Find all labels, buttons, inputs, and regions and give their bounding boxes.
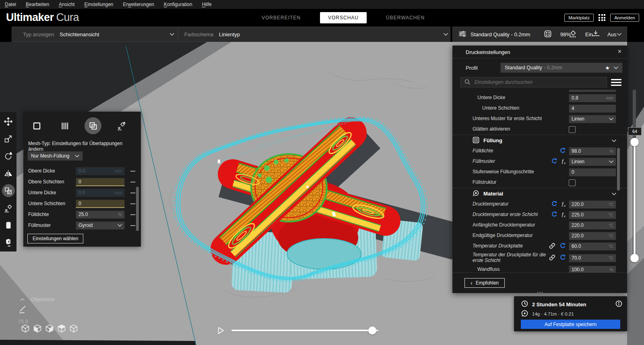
link-icon[interactable] <box>549 254 555 262</box>
print-as-support-mode-button[interactable] <box>56 117 73 134</box>
remove-setting-button[interactable]: — <box>130 189 136 196</box>
header: UltimakerCura VORBEREITENVORSCHAUÜBERWAC… <box>0 9 644 26</box>
section-füllung[interactable]: Füllung <box>452 135 627 146</box>
search-input[interactable] <box>474 79 603 85</box>
marketplace-button[interactable]: Marktplatz <box>564 14 594 22</box>
setting-input[interactable] <box>78 167 112 175</box>
menu-konfiguration[interactable]: Konfiguration <box>164 2 192 7</box>
play-button[interactable] <box>217 326 225 336</box>
layer-slider-upper-handle[interactable] <box>630 138 639 146</box>
chevron-down-icon[interactable] <box>617 31 621 37</box>
dont-support-overlaps-mode-button[interactable] <box>113 117 130 134</box>
setting-input[interactable] <box>78 178 112 185</box>
setting-input[interactable] <box>572 266 604 273</box>
setting-input[interactable] <box>572 222 604 229</box>
revert-icon[interactable] <box>551 211 557 218</box>
mesh-setting-row: Obere Schichten— <box>28 177 136 186</box>
recommended-button[interactable]: ‹Empfohlen <box>464 278 505 288</box>
tab-vorschau[interactable]: VORSCHAU <box>320 12 367 23</box>
move-tool[interactable] <box>2 115 15 128</box>
per-model-settings-tool[interactable] <box>2 184 15 197</box>
setting-input[interactable] <box>572 105 604 112</box>
menu-hilfe[interactable]: Hilfe <box>202 2 212 7</box>
menu-einstellungen[interactable]: Einstellungen <box>84 2 113 7</box>
model-drop-tool[interactable] <box>2 236 15 249</box>
settings-scrollbar[interactable] <box>617 148 620 191</box>
remove-setting-button[interactable]: — <box>130 200 136 207</box>
link-icon[interactable] <box>549 243 555 250</box>
select-settings-button[interactable]: Einstellungen wählen <box>27 234 83 243</box>
setting-input[interactable] <box>572 148 604 155</box>
mesh-panel-scrollbar[interactable] <box>136 187 139 231</box>
remove-setting-button[interactable]: — <box>130 211 136 218</box>
rotate-tool[interactable] <box>2 150 15 162</box>
close-icon[interactable]: × <box>618 48 621 55</box>
settings-menu-icon[interactable] <box>611 78 621 87</box>
playback-slider[interactable] <box>231 330 378 331</box>
print-settings-toolbar[interactable]: Standard Quality - 0.2mm 98% Ein Aus <box>452 27 627 42</box>
setting-input[interactable] <box>572 168 604 176</box>
revert-icon[interactable] <box>559 254 566 262</box>
setting-input[interactable] <box>78 200 112 207</box>
fx-icon[interactable]: ƒx <box>561 201 566 208</box>
unteres muster für erste schicht-select[interactable]: Linien <box>569 115 616 123</box>
remove-setting-button[interactable]: — <box>130 168 136 174</box>
mesh-type-select[interactable]: Nur Mesh-Füllung <box>27 151 83 161</box>
section-material[interactable]: Material <box>452 188 627 199</box>
view-left-button[interactable] <box>57 324 66 334</box>
füllstruktur-checkbox[interactable] <box>569 179 576 186</box>
view-right-button[interactable] <box>69 324 78 334</box>
view-top-button[interactable] <box>45 324 54 334</box>
modify-overlaps-mode-button[interactable] <box>85 117 101 134</box>
remove-setting-button[interactable]: — <box>130 222 136 229</box>
füllmuster-select[interactable]: Linien <box>569 158 616 166</box>
tab-überwachen[interactable]: ÜBERWACHEN <box>378 12 433 23</box>
remove-setting-button[interactable]: — <box>130 179 136 185</box>
color-scheme-value[interactable]: Linientyp <box>219 31 240 37</box>
view-front-button[interactable] <box>33 324 42 334</box>
setting-input[interactable] <box>78 211 112 218</box>
chevron-down-icon[interactable] <box>170 31 174 37</box>
view-type-value[interactable]: Schichtenansicht <box>60 31 99 37</box>
normal-mesh-mode-button[interactable] <box>28 117 45 134</box>
save-to-disk-button[interactable]: Auf Festplatte speichern <box>521 320 620 329</box>
setting-input[interactable] <box>572 94 604 102</box>
scale-tool[interactable] <box>2 132 15 145</box>
setting-input[interactable] <box>572 201 604 208</box>
tab-vorbereiten[interactable]: VORBEREITEN <box>254 12 309 23</box>
layer-slider-lower-handle[interactable] <box>630 254 639 262</box>
setting-input[interactable] <box>572 232 604 240</box>
setting-input[interactable] <box>572 254 604 262</box>
glätten aktivieren-checkbox[interactable] <box>569 126 576 133</box>
revert-icon[interactable] <box>551 201 557 208</box>
menu-erweiterungen[interactable]: Erweiterungen <box>123 2 154 7</box>
panel-resize-grip[interactable]: ••• <box>537 290 544 295</box>
chevron-down-icon[interactable] <box>444 31 448 37</box>
fx-icon[interactable]: ƒx <box>561 212 566 218</box>
support-blocker-tool[interactable] <box>2 202 15 214</box>
setting-input[interactable] <box>572 243 604 250</box>
sign-in-button[interactable]: Anmelden <box>610 14 639 22</box>
support-eraser-tool[interactable] <box>2 219 15 232</box>
playback-handle[interactable] <box>368 326 376 335</box>
setting-value-box: °C <box>569 200 616 209</box>
revert-icon[interactable] <box>559 148 566 155</box>
mirror-tool[interactable] <box>2 167 15 180</box>
revert-icon[interactable] <box>559 243 566 250</box>
star-icon[interactable]: ★ <box>605 65 610 71</box>
menu-ansicht[interactable]: Ansicht <box>59 2 74 7</box>
mesh-setting-row: Untere Schichten— <box>28 199 136 208</box>
revert-icon[interactable] <box>551 158 557 165</box>
apps-grid-icon[interactable] <box>599 14 605 21</box>
info-icon[interactable] <box>615 300 622 308</box>
fx-icon[interactable]: ƒx <box>561 158 566 165</box>
view-3d-button[interactable] <box>21 324 30 334</box>
setting-input[interactable] <box>572 211 604 219</box>
object-list-toggle[interactable]: Objektliste <box>20 297 54 302</box>
menu-bearbeiten[interactable]: Bearbeiten <box>26 2 49 7</box>
setting-input[interactable] <box>78 189 112 197</box>
mesh-type-description: Mesh-Typ: Einstellungen für Überlappunge… <box>28 141 137 152</box>
menu-datei[interactable]: Datei <box>5 2 16 7</box>
füllmuster-select[interactable]: Gyroid <box>76 221 125 230</box>
profile-select[interactable]: Standard Quality - 0.2mm ★ <box>500 62 623 73</box>
